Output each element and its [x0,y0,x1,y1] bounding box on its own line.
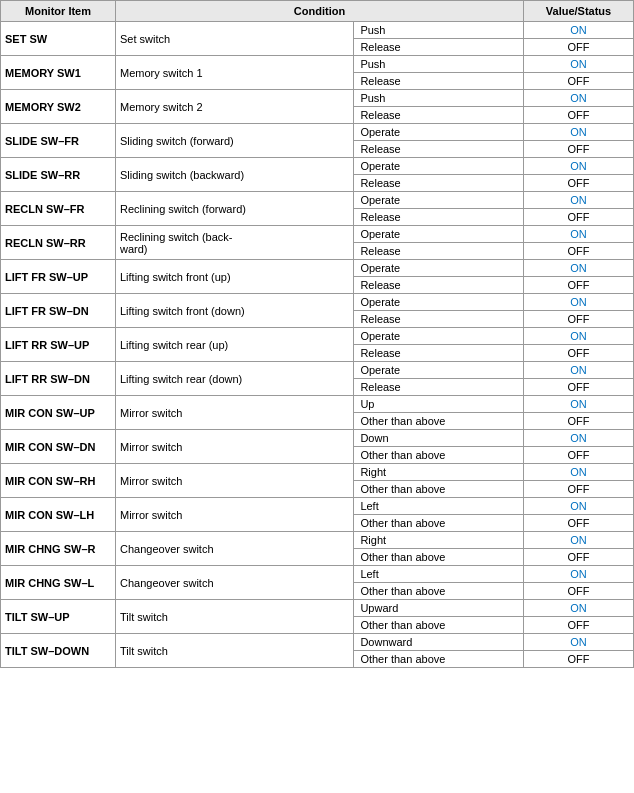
sub-condition-bottom: Other than above [354,549,524,566]
sub-condition-top: Operate [354,226,524,243]
table-row: RECLN SW–RRReclining switch (back-ward)O… [1,226,634,243]
condition-desc-cell: Mirror switch [116,396,354,430]
sub-condition-top: Left [354,566,524,583]
table-row: SET SWSet switchPushON [1,22,634,39]
value-status-bottom: OFF [524,617,634,634]
monitor-item-cell: TILT SW–DOWN [1,634,116,668]
value-status-bottom: OFF [524,73,634,90]
condition-desc-cell: Changeover switch [116,566,354,600]
sub-condition-top: Operate [354,158,524,175]
condition-desc-cell: Sliding switch (forward) [116,124,354,158]
monitor-item-cell: MIR CON SW–LH [1,498,116,532]
condition-desc-cell: Memory switch 1 [116,56,354,90]
sub-condition-bottom: Other than above [354,617,524,634]
value-status-bottom: OFF [524,175,634,192]
table-row: SLIDE SW–RRSliding switch (backward)Oper… [1,158,634,175]
monitor-item-cell: SLIDE SW–FR [1,124,116,158]
value-status-top: ON [524,396,634,413]
sub-condition-bottom: Other than above [354,515,524,532]
sub-condition-bottom: Other than above [354,413,524,430]
monitor-item-cell: LIFT FR SW–UP [1,260,116,294]
table-row: SLIDE SW–FRSliding switch (forward)Opera… [1,124,634,141]
sub-condition-bottom: Release [354,209,524,226]
table-row: MIR CON SW–LHMirror switchLeftON [1,498,634,515]
value-status-bottom: OFF [524,447,634,464]
sub-condition-bottom: Other than above [354,447,524,464]
condition-desc-cell: Tilt switch [116,634,354,668]
main-container: Monitor Item Condition Value/Status SET … [0,0,634,668]
value-status-top: ON [524,192,634,209]
monitor-item-cell: MIR CHNG SW–L [1,566,116,600]
value-status-top: ON [524,600,634,617]
table-row: LIFT RR SW–UPLifting switch rear (up)Ope… [1,328,634,345]
sub-condition-top: Push [354,22,524,39]
monitor-item-cell: MIR CON SW–UP [1,396,116,430]
value-status-top: ON [524,294,634,311]
condition-desc-cell: Memory switch 2 [116,90,354,124]
sub-condition-top: Left [354,498,524,515]
condition-desc-cell: Lifting switch rear (up) [116,328,354,362]
table-row: LIFT FR SW–UPLifting switch front (up)Op… [1,260,634,277]
sub-condition-top: Down [354,430,524,447]
value-status-bottom: OFF [524,413,634,430]
sub-condition-top: Upward [354,600,524,617]
value-status-bottom: OFF [524,583,634,600]
value-status-top: ON [524,260,634,277]
sub-condition-top: Downward [354,634,524,651]
value-status-top: ON [524,22,634,39]
monitor-item-cell: LIFT RR SW–UP [1,328,116,362]
sub-condition-bottom: Release [354,39,524,56]
table-row: MEMORY SW2Memory switch 2PushON [1,90,634,107]
condition-desc-cell: Reclining switch (back-ward) [116,226,354,260]
sub-condition-bottom: Other than above [354,481,524,498]
monitor-table: Monitor Item Condition Value/Status SET … [0,0,634,668]
value-status-top: ON [524,56,634,73]
sub-condition-bottom: Other than above [354,651,524,668]
condition-desc-cell: Changeover switch [116,532,354,566]
value-status-bottom: OFF [524,379,634,396]
header-condition: Condition [116,1,524,22]
table-row: LIFT FR SW–DNLifting switch front (down)… [1,294,634,311]
table-row: MIR CON SW–UPMirror switchUpON [1,396,634,413]
condition-desc-cell: Tilt switch [116,600,354,634]
value-status-top: ON [524,532,634,549]
monitor-item-cell: MIR CON SW–DN [1,430,116,464]
value-status-top: ON [524,328,634,345]
monitor-item-cell: MIR CHNG SW–R [1,532,116,566]
sub-condition-top: Operate [354,294,524,311]
value-status-bottom: OFF [524,481,634,498]
table-row: TILT SW–UPTilt switchUpwardON [1,600,634,617]
sub-condition-top: Operate [354,124,524,141]
monitor-item-cell: MIR CON SW–RH [1,464,116,498]
value-status-top: ON [524,226,634,243]
value-status-bottom: OFF [524,107,634,124]
table-row: TILT SW–DOWNTilt switchDownwardON [1,634,634,651]
value-status-bottom: OFF [524,311,634,328]
value-status-bottom: OFF [524,651,634,668]
sub-condition-bottom: Release [354,345,524,362]
table-row: MIR CON SW–RHMirror switchRightON [1,464,634,481]
condition-desc-cell: Lifting switch rear (down) [116,362,354,396]
condition-desc-cell: Set switch [116,22,354,56]
value-status-top: ON [524,430,634,447]
value-status-bottom: OFF [524,141,634,158]
sub-condition-bottom: Other than above [354,583,524,600]
condition-desc-cell: Reclining switch (forward) [116,192,354,226]
value-status-top: ON [524,158,634,175]
table-row: MIR CHNG SW–RChangeover switchRightON [1,532,634,549]
monitor-item-cell: RECLN SW–RR [1,226,116,260]
sub-condition-top: Operate [354,260,524,277]
sub-condition-top: Operate [354,192,524,209]
value-status-top: ON [524,464,634,481]
value-status-bottom: OFF [524,243,634,260]
sub-condition-top: Push [354,56,524,73]
monitor-item-cell: SET SW [1,22,116,56]
sub-condition-bottom: Release [354,141,524,158]
value-status-bottom: OFF [524,209,634,226]
value-status-top: ON [524,362,634,379]
monitor-item-cell: RECLN SW–FR [1,192,116,226]
condition-desc-cell: Lifting switch front (up) [116,260,354,294]
sub-condition-top: Right [354,532,524,549]
table-row: RECLN SW–FRReclining switch (forward)Ope… [1,192,634,209]
table-row: MIR CHNG SW–LChangeover switchLeftON [1,566,634,583]
